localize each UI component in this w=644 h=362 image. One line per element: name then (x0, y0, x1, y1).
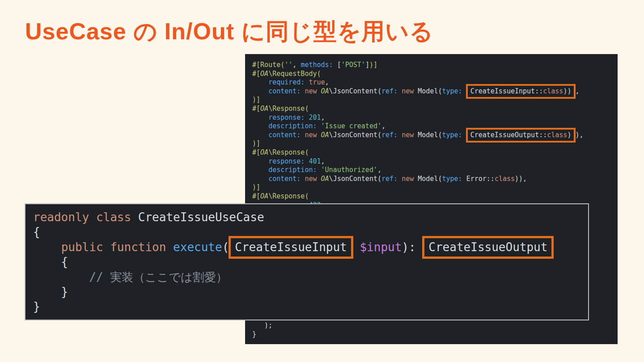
code-token: ): (402, 240, 423, 254)
code-token (33, 240, 61, 254)
code-token: content: (268, 175, 305, 183)
code-token: , (575, 87, 579, 95)
code-line: content: new OA\JsonContent(ref: new Mod… (252, 131, 584, 140)
code-token: , (292, 61, 301, 69)
code-token: description: (268, 166, 321, 174)
code-token: '' (284, 61, 292, 69)
code-token: #[ (252, 105, 260, 113)
code-token: , (321, 114, 325, 122)
code-line: } (252, 330, 272, 339)
code-token: response: (268, 157, 309, 165)
code-token: #[ (252, 148, 260, 156)
code-token: ); (252, 321, 272, 329)
code-token: class (495, 175, 515, 183)
code-token: )), (515, 175, 527, 183)
code-token: OA (321, 87, 329, 95)
code-token: , (321, 157, 325, 165)
highlight-box: CreateIssueInput::class)) (469, 87, 573, 96)
code-token: Model( (418, 131, 442, 139)
code-token: )] (252, 139, 260, 147)
code-line: content: new OA\JsonContent(ref: new Mod… (252, 87, 584, 96)
code-token: new (305, 131, 321, 139)
code-token: 'Unauthorized' (321, 166, 377, 174)
code-token: readonly class (33, 210, 138, 224)
code-token: Model( (418, 175, 442, 183)
code-token: , (377, 166, 381, 174)
code-token: )] (369, 61, 377, 69)
slide-title: UseCase の In/Out に同じ型を用いる (25, 16, 434, 47)
code-token: #[ (252, 192, 260, 200)
code-token: \JsonContent( (329, 87, 381, 95)
code-token: methods: (301, 61, 337, 69)
code-token: , (325, 78, 329, 86)
code-token: ) (567, 131, 571, 139)
code-token: 201 (309, 114, 321, 122)
openapi-code-tail-lines: );} (252, 321, 272, 339)
code-line: description: 'Unauthorized', (252, 166, 584, 175)
code-token: type: (442, 175, 466, 183)
code-line: // 実装（ここでは割愛） (33, 270, 553, 285)
code-line: )] (252, 96, 584, 105)
code-token: OA (260, 148, 268, 156)
code-token: OA (260, 70, 268, 78)
usecase-code-lines: readonly class CreateIssueUseCase{ publi… (33, 210, 553, 315)
code-token: // 実装（ここでは割愛） (89, 270, 227, 284)
code-token: type: (442, 131, 466, 139)
code-token: , (381, 122, 386, 130)
code-token: OA (260, 192, 268, 200)
code-token: OA (260, 105, 268, 113)
code-line: #[OA\Response( (252, 105, 584, 114)
code-token: ), (575, 131, 583, 139)
code-line: description: 'Issue created', (252, 122, 584, 131)
code-line: )] (252, 139, 584, 148)
code-token: \Response( (268, 192, 309, 200)
code-token (252, 78, 268, 86)
code-token: content: (268, 87, 305, 95)
code-token: 'Issue created' (321, 122, 381, 130)
code-token: )) (563, 87, 571, 95)
code-line: public function execute(CreateIssueInput… (33, 240, 553, 255)
code-token: } (252, 330, 256, 338)
highlight-box: CreateIssueInput (233, 240, 349, 255)
code-token: Error:: (466, 175, 495, 183)
code-token (252, 131, 268, 139)
code-line: #[OA\Response( (252, 192, 584, 201)
code-token: CreateIssueUseCase (138, 210, 264, 224)
openapi-code-lines: #[Route('', methods: ['POST'])]#[OA\Requ… (252, 61, 584, 210)
code-token: CreateIssueInput (235, 240, 347, 254)
code-token: type: (442, 87, 466, 95)
code-token: new (402, 87, 418, 95)
code-token: new (402, 175, 418, 183)
code-token: true (309, 78, 325, 86)
code-token: \RequestBody( (268, 70, 321, 78)
code-line: { (33, 225, 553, 240)
code-token: { (33, 225, 40, 239)
code-line: content: new OA\JsonContent(ref: new Mod… (252, 175, 584, 184)
code-token: class (543, 87, 563, 95)
code-token: response: (268, 114, 309, 122)
code-token: CreateIssueInput:: (470, 87, 543, 95)
code-token: ] (365, 61, 369, 69)
code-line: required: true, (252, 78, 584, 87)
code-token: new (305, 175, 321, 183)
code-token: Model( (418, 87, 442, 95)
code-token: class (547, 131, 567, 139)
code-token: } (33, 285, 68, 299)
code-token: new (402, 131, 418, 139)
code-token (252, 114, 268, 122)
usecase-code-panel: readonly class CreateIssueUseCase{ publi… (25, 203, 589, 320)
code-line: response: 401, (252, 157, 584, 166)
code-token: 401 (309, 157, 321, 165)
code-token: ( (222, 240, 229, 254)
code-token: [ (337, 61, 341, 69)
code-token (252, 122, 268, 130)
code-line: ); (252, 321, 272, 330)
code-token: description: (268, 122, 321, 130)
code-line: )] (252, 183, 584, 192)
code-token: } (33, 300, 40, 313)
code-token: \JsonContent( (329, 131, 381, 139)
code-token: execute (173, 240, 222, 254)
code-token: content: (268, 131, 305, 139)
code-line: } (33, 299, 553, 314)
code-token: ref: (381, 175, 402, 183)
